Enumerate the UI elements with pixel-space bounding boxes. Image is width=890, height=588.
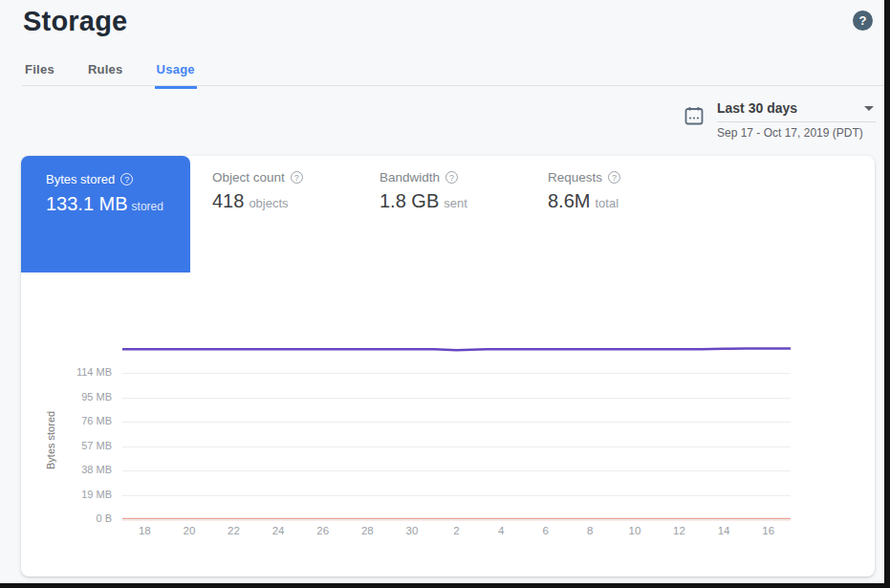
y-tick-label: 19 MB: [21, 489, 112, 500]
window-edge-bottom: [0, 583, 890, 588]
x-tick-label: 30: [393, 525, 431, 536]
gridline: [122, 373, 791, 374]
y-tick-label: 76 MB: [21, 415, 112, 426]
calendar-icon: [684, 106, 704, 125]
x-tick-label: 12: [661, 525, 699, 536]
x-tick-label: 24: [259, 525, 297, 536]
date-range-detail: Sep 17 - Oct 17, 2019 (PDT): [717, 126, 876, 140]
gridline: [122, 446, 791, 447]
page-title: Storage: [23, 6, 127, 37]
y-tick-label: 57 MB: [21, 440, 112, 451]
help-button[interactable]: ?: [853, 11, 873, 31]
usage-card: Bytes stored ? 133.1 MBstored Object cou…: [21, 156, 875, 577]
x-tick-label: 20: [170, 525, 208, 536]
x-tick-label: 2: [438, 525, 476, 536]
x-tick-label: 18: [125, 525, 163, 536]
date-range-value: Last 30 days: [717, 100, 797, 116]
x-tick-label: 8: [571, 525, 609, 536]
gridline: [122, 470, 791, 471]
y-tick-label: 38 MB: [21, 464, 112, 475]
date-range-select[interactable]: Last 30 days Sep 17 - Oct 17, 2019 (PDT): [717, 100, 876, 140]
question-mark-icon: ?: [859, 13, 867, 28]
x-tick-label: 4: [482, 525, 520, 536]
y-tick-label: 95 MB: [21, 391, 112, 403]
x-tick-label: 6: [527, 525, 565, 536]
chevron-down-icon: [864, 106, 874, 111]
window-edge-right: [884, 0, 890, 588]
x-tick-label: 10: [616, 525, 654, 536]
gridline: [122, 519, 791, 520]
x-tick-label: 22: [215, 525, 253, 536]
chart: Bytes stored 0 B19 MB38 MB57 MB76 MB95 M…: [21, 156, 875, 577]
x-tick-label: 16: [749, 525, 788, 536]
x-tick-label: 14: [705, 525, 743, 536]
bytes-stored-series-line: [122, 348, 791, 350]
gridline: [122, 398, 791, 399]
chart-svg: [21, 156, 875, 577]
gridline: [122, 422, 791, 423]
y-tick-label: 114 MB: [21, 366, 112, 378]
y-tick-label: 0 B: [21, 512, 112, 524]
x-tick-label: 28: [348, 525, 386, 536]
x-tick-label: 26: [304, 525, 342, 536]
tab-divider: [22, 85, 884, 86]
gridline: [122, 495, 791, 496]
